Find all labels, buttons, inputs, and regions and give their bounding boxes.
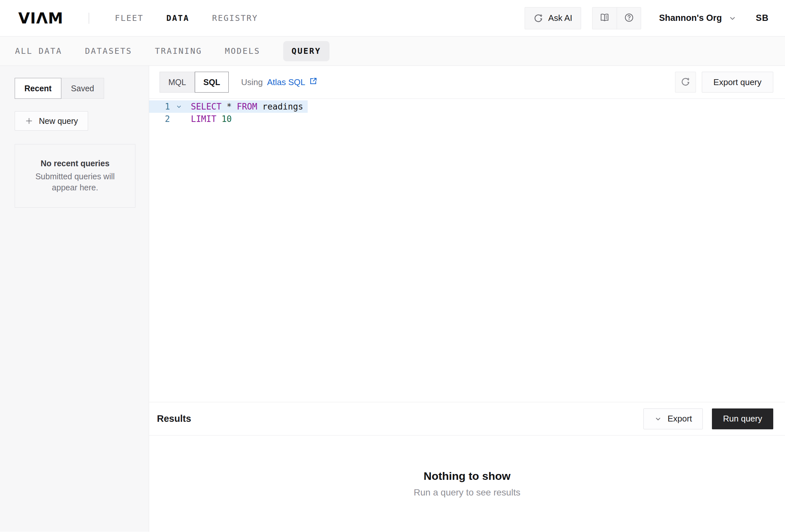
query-main-panel: MQL SQL Using Atlas SQL [149, 66, 785, 532]
user-avatar-initials[interactable]: SB [756, 13, 769, 23]
tab-query[interactable]: QUERY [283, 41, 330, 61]
nav-item-data[interactable]: DATA [167, 14, 189, 23]
tab-datasets[interactable]: DATASETS [85, 46, 132, 56]
ai-generate-query-button[interactable] [675, 72, 696, 92]
ask-ai-label: Ask AI [548, 13, 572, 23]
atlas-sql-link-label: Atlas SQL [267, 77, 305, 87]
plus-icon [25, 117, 33, 125]
query-sidebar: Recent Saved New query No recent queries… [0, 66, 149, 532]
code-text-line-1: SELECT*FROMreadings [187, 102, 303, 111]
nav-item-registry[interactable]: REGISTRY [212, 14, 258, 23]
data-subnav: ALL DATA DATASETS TRAINING MODELS QUERY [0, 36, 785, 66]
using-label: Using [241, 77, 263, 87]
results-header: Results Export Run query [149, 402, 785, 435]
tab-models[interactable]: MODELS [225, 46, 260, 56]
no-recent-queries-box: No recent queries Submitted queries will… [15, 144, 135, 208]
viam-data-query-page: VIΛM FLEET DATA REGISTRY Ask AI [0, 0, 785, 532]
sql-keyword: FROM [237, 102, 257, 111]
results-title: Results [157, 413, 191, 424]
saved-tab[interactable]: Saved [61, 78, 104, 99]
help-icon-group [592, 7, 641, 29]
external-link-icon [309, 77, 318, 88]
chevron-down-icon [654, 415, 662, 423]
recent-saved-toggle: Recent Saved [15, 78, 135, 99]
sql-keyword: SELECT [191, 102, 222, 111]
nav-item-fleet[interactable]: FLEET [115, 14, 144, 23]
tab-training[interactable]: TRAINING [155, 46, 202, 56]
sql-code-editor[interactable]: 1 SELECT*FROMreadings 2 LIMIT10 [149, 99, 785, 402]
documentation-button[interactable] [592, 7, 617, 29]
ask-ai-button[interactable]: Ask AI [525, 7, 581, 29]
sql-number: 10 [222, 114, 232, 124]
content-area: Recent Saved New query No recent queries… [0, 66, 785, 532]
editor-toolbar: MQL SQL Using Atlas SQL [149, 66, 785, 99]
question-circle-icon [624, 12, 634, 24]
new-query-button[interactable]: New query [15, 111, 88, 131]
fold-chevron-icon[interactable] [170, 104, 187, 110]
topbar-divider [89, 13, 89, 24]
tab-all-data[interactable]: ALL DATA [15, 46, 62, 56]
topbar-right: Ask AI [525, 7, 769, 29]
sql-keyword: LIMIT [191, 114, 216, 124]
results-empty-subtitle: Run a query to see results [414, 487, 521, 498]
book-icon [599, 12, 610, 24]
viam-logo[interactable]: VIΛM [18, 9, 63, 27]
ai-sparkle-refresh-icon [533, 14, 543, 23]
primary-nav: FLEET DATA REGISTRY [115, 14, 258, 23]
using-atlas-sql: Using Atlas SQL [241, 77, 318, 88]
sql-identifier: readings [262, 102, 303, 111]
results-actions: Export Run query [643, 408, 773, 429]
line-number-1: 1 [149, 102, 170, 111]
export-results-button[interactable]: Export [643, 408, 703, 429]
org-name: Shannon's Org [659, 13, 722, 23]
no-recent-queries-subtitle: Submitted queries will appear here. [28, 171, 122, 193]
line-number-2: 2 [149, 114, 170, 124]
new-query-label: New query [39, 116, 78, 126]
no-recent-queries-title: No recent queries [41, 159, 109, 168]
run-query-button[interactable]: Run query [712, 408, 773, 429]
code-text-line-2: LIMIT10 [187, 114, 232, 124]
export-query-label: Export query [713, 77, 761, 87]
org-switcher[interactable]: Shannon's Org [659, 13, 737, 23]
export-query-button[interactable]: Export query [702, 72, 773, 92]
chevron-down-icon [728, 14, 737, 23]
recent-tab[interactable]: Recent [15, 78, 61, 99]
sql-tab[interactable]: SQL [195, 72, 229, 92]
atlas-sql-link[interactable]: Atlas SQL [267, 77, 318, 88]
results-empty-title: Nothing to show [424, 470, 510, 482]
mql-tab[interactable]: MQL [159, 72, 195, 92]
ai-sparkle-refresh-icon [681, 77, 690, 88]
top-bar: VIΛM FLEET DATA REGISTRY Ask AI [0, 0, 785, 36]
query-language-toggle: MQL SQL [160, 72, 229, 92]
export-results-label: Export [667, 414, 692, 424]
results-empty-state: Nothing to show Run a query to see resul… [149, 435, 785, 532]
help-button[interactable] [617, 7, 641, 29]
sql-operator: * [227, 102, 232, 111]
code-line-1[interactable]: 1 SELECT*FROMreadings [149, 100, 308, 113]
editor-toolbar-right: Export query [675, 72, 773, 92]
code-line-2[interactable]: 2 LIMIT10 [149, 113, 236, 125]
